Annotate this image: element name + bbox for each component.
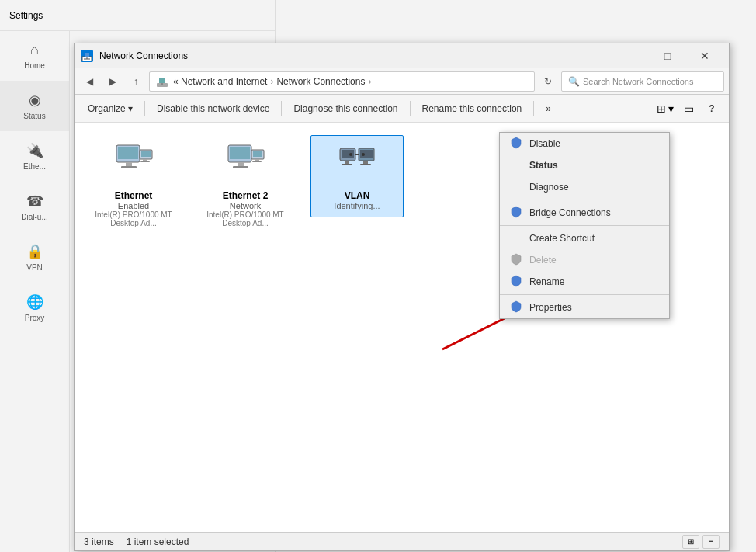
breadcrumb-sep1: › (270, 76, 273, 87)
help-button[interactable]: ? (701, 98, 723, 120)
settings-title: Settings (9, 10, 43, 21)
shield-icon-properties (509, 300, 523, 315)
svg-rect-21 (253, 151, 262, 157)
sidebar-item-dialup[interactable]: ☎ Dial-u... (0, 182, 69, 232)
context-menu-bridge[interactable]: Bridge Connections (500, 202, 669, 224)
network-connections-icon (81, 50, 92, 61)
network-item-ethernet[interactable]: Ethernet Enabled Intel(R) PRO/1000 MT De… (87, 135, 180, 234)
address-path[interactable]: « Network and Internet › Network Connect… (149, 71, 535, 92)
statusbar-view-btn1[interactable]: ⊞ (682, 535, 699, 549)
diagnose-label: Diagnose this connection (293, 103, 397, 114)
bridge-label: Bridge Connections (529, 207, 611, 218)
shortcut-label: Create Shortcut (529, 233, 595, 244)
network-item-vlan[interactable]: VLAN Identifying... (310, 135, 404, 217)
panel-button[interactable]: ▭ (678, 98, 699, 120)
svg-rect-22 (255, 159, 259, 161)
breadcrumb-part2: Network Connections (276, 76, 365, 87)
ethernet2-label: Ethernet 2 (223, 190, 269, 201)
svg-rect-19 (233, 166, 248, 168)
svg-rect-10 (121, 166, 137, 168)
shield-icon-delete (509, 253, 523, 268)
view-button[interactable]: ⊞ ▾ (654, 98, 676, 120)
toolbar-sep3 (410, 101, 411, 116)
minimize-button[interactable]: – (612, 43, 648, 68)
dialup-icon: ☎ (26, 193, 43, 210)
organize-label: Organize ▾ (88, 103, 133, 114)
breadcrumb-part1: « Network and Internet (173, 76, 267, 87)
shield-icon-rename (509, 275, 523, 290)
svg-rect-18 (238, 162, 244, 166)
toolbar-sep1 (144, 101, 145, 116)
selected-count: 1 item selected (127, 536, 189, 547)
context-menu-diagnose[interactable]: Diagnose (500, 176, 669, 198)
close-button[interactable]: ✕ (687, 43, 723, 68)
context-menu: Disable Status Diagnose Bridge Connectio… (499, 132, 670, 319)
up-button[interactable]: ↑ (126, 71, 146, 92)
rename-button[interactable]: Rename this connection (415, 98, 529, 120)
network-item-ethernet2[interactable]: Ethernet 2 Network Intel(R) PRO/1000 MT … (199, 135, 292, 234)
diagnose-label: Diagnose (529, 182, 569, 193)
svg-rect-23 (252, 161, 262, 162)
svg-rect-31 (360, 164, 371, 165)
context-menu-properties[interactable]: Properties (500, 297, 669, 318)
delete-label: Delete (529, 255, 557, 266)
svg-rect-9 (126, 162, 132, 166)
search-icon: 🔍 (568, 76, 580, 87)
sidebar-item-label: Ethe... (23, 162, 46, 171)
refresh-button[interactable]: ↻ (538, 71, 558, 92)
breadcrumb-icon (156, 75, 172, 88)
rename-label: Rename this connection (422, 103, 522, 114)
sidebar-item-label: Dial-u... (21, 213, 47, 221)
svg-rect-13 (143, 159, 147, 161)
vlan-network-icon (335, 142, 379, 186)
ethernet2-desc: Intel(R) PRO/1000 MT Desktop Ad... (206, 210, 285, 227)
context-menu-shortcut[interactable]: Create Shortcut (500, 227, 669, 249)
more-button[interactable]: » (539, 98, 558, 120)
svg-rect-17 (230, 147, 250, 159)
context-menu-status[interactable]: Status (500, 154, 669, 176)
maximize-button[interactable]: □ (650, 43, 685, 68)
nc-titlebar-icon (81, 50, 93, 62)
toolbar-sep2 (281, 101, 282, 116)
disable-label: Disable (529, 138, 560, 149)
sidebar-item-vpn[interactable]: 🔒 VPN (0, 232, 69, 283)
sidebar-item-proxy[interactable]: 🌐 Proxy (0, 283, 69, 333)
sidebar-item-label: VPN (26, 263, 43, 272)
svg-rect-26 (345, 161, 349, 164)
svg-point-34 (362, 153, 365, 156)
context-menu-disable[interactable]: Disable (500, 133, 669, 154)
back-button[interactable]: ◀ (79, 71, 99, 92)
svg-point-33 (349, 153, 352, 156)
ethernet-status: Enabled (118, 201, 149, 210)
context-menu-sep3 (500, 294, 669, 295)
settings-sidebar: ⌂ Home ◉ Status 🔌 Ethe... ☎ Dial-u... 🔒 … (0, 31, 70, 552)
nc-titlebar-controls: – □ ✕ (612, 43, 723, 68)
organize-button[interactable]: Organize ▾ (81, 98, 140, 120)
nc-titlebar: Network Connections – □ ✕ (75, 43, 729, 68)
forward-button[interactable]: ▶ (102, 71, 123, 92)
svg-rect-12 (141, 151, 151, 157)
nc-titlebar-left: Network Connections (81, 50, 188, 62)
svg-rect-30 (363, 161, 368, 164)
context-menu-sep1 (500, 200, 669, 200)
ethernet-desc: Intel(R) PRO/1000 MT Desktop Ad... (94, 210, 173, 227)
sidebar-item-home[interactable]: ⌂ Home (0, 31, 69, 81)
disable-label: Disable this network device (157, 103, 269, 114)
vlan-status: Identifying... (334, 201, 380, 210)
breadcrumb: « Network and Internet › Network Connect… (156, 75, 373, 88)
sidebar-item-ethernet[interactable]: 🔌 Ethe... (0, 131, 69, 182)
disable-button[interactable]: Disable this network device (150, 98, 276, 120)
statusbar-view-btn2[interactable]: ≡ (702, 535, 720, 549)
proxy-icon: 🌐 (26, 293, 43, 311)
nc-statusbar: 3 items 1 item selected ⊞ ≡ (75, 532, 729, 550)
sidebar-item-status[interactable]: ◉ Status (0, 81, 69, 131)
status-label: Status (529, 160, 558, 171)
sidebar-item-label: Proxy (25, 314, 45, 322)
diagnose-button[interactable]: Diagnose this connection (286, 98, 404, 120)
vlan-label: VLAN (345, 190, 370, 201)
search-box[interactable]: 🔍 Search Network Connections (561, 71, 724, 92)
context-menu-rename[interactable]: Rename (500, 271, 669, 293)
vpn-icon: 🔒 (26, 243, 43, 260)
context-menu-delete[interactable]: Delete (500, 249, 669, 271)
toolbar-sep4 (533, 101, 534, 116)
